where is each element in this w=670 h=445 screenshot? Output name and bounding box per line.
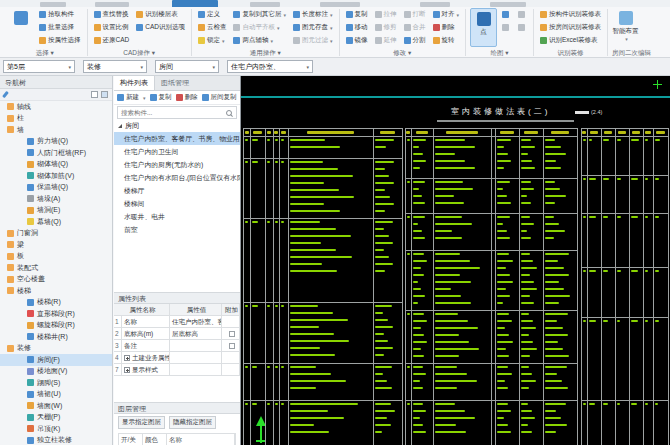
category-dropdown[interactable]: 装修 ▾ [83,60,147,73]
nav-item[interactable]: 墙垛(A) [0,193,112,205]
draw-group-label[interactable]: 绘图 ▾ [470,47,529,58]
property-value-cell[interactable]: 层底标高 [170,328,222,340]
cad-identify-options-button[interactable]: CAD识别选项 [134,21,187,34]
nav-item[interactable]: 房间(F) [0,354,112,366]
nav-item[interactable]: 梁 [0,239,112,251]
copy-component-button[interactable]: 复制 [150,93,172,102]
component-list-item[interactable]: 楼梯间 [114,197,240,210]
identify-decor-by-room-button[interactable]: 按房间识别装修表 [538,21,603,34]
identify-excel-decor-button[interactable]: 识别Excel装修表 [538,34,603,47]
pick-component-button[interactable]: 拾取构件 [37,8,83,21]
nav-item[interactable]: 保温墙(Q) [0,182,112,194]
select-group-label[interactable]: 选择 ▾ [7,47,83,58]
show-specified-layers-button[interactable]: 显示指定图层 [118,416,165,429]
modify-group-label[interactable]: 修改 ▾ [344,47,462,58]
stretch-button[interactable]: 拉伸 [373,8,399,21]
auto-align-slab-button[interactable]: 自动平齐板▾ [231,21,288,34]
tile-view-icon[interactable] [101,91,108,98]
nav-item[interactable]: 空心楼盖 [0,274,112,286]
break-button[interactable]: 打断 [402,8,428,21]
nav-item[interactable]: 砌体墙(Q) [0,159,112,171]
property-value-cell[interactable] [170,340,222,352]
tab-component-list[interactable]: 构件列表 [114,76,155,90]
trim-button[interactable]: 修剪 [373,21,399,34]
nav-item[interactable]: 墙面(W) [0,400,112,412]
nav-item[interactable]: 人防门框墙(RF) [0,147,112,159]
delete-button[interactable]: 删除 [431,21,462,34]
length-annotation-button[interactable]: 长度标注▾ [291,8,335,21]
interlayer-copy-button[interactable]: 层间复制 [202,93,237,102]
nav-item[interactable]: 墙裙(U) [0,389,112,401]
nav-item[interactable]: 独立柱装修 [0,435,112,445]
nav-item[interactable]: 装配式 [0,262,112,274]
checkbox[interactable] [229,331,235,337]
general-operations-group-label[interactable]: 通用操作 ▾ [196,47,335,58]
component-list-item[interactable]: 前室 [114,223,240,236]
copy-to-other-layers-button[interactable]: 复制到其它层▾ [231,8,288,21]
nav-item[interactable]: 楼梯井(R) [0,331,112,343]
nav-item[interactable]: 幕墙(Q) [0,216,112,228]
rotate-button[interactable]: 旋转 [431,34,462,47]
current-component-dropdown[interactable]: 住宅户内卧室、 ▾ [227,60,313,73]
smart-layout-button[interactable]: 智能布置▾ [612,8,639,47]
nav-item[interactable]: 楼梯 [0,285,112,297]
nav-item[interactable]: 螺旋梯段(R) [0,320,112,332]
arc-button[interactable] [516,8,529,21]
select-by-property-button[interactable]: 按属性选择 [37,34,83,47]
nav-item[interactable]: 砌体加筋(V) [0,170,112,182]
tab-drawing-management[interactable]: 图纸管理 [155,76,195,90]
find-replace-button[interactable]: 查找替换 [92,8,132,21]
expand-icon[interactable] [124,355,130,361]
cad-operations-group-label[interactable]: CAD操作 ▾ [92,47,187,58]
nav-item[interactable]: 吊顶(K) [0,423,112,435]
batch-select-button[interactable]: 批量选择 [37,21,83,34]
nav-item[interactable]: 踢脚(S) [0,377,112,389]
restore-cad-button[interactable]: 还原CAD [92,34,132,47]
component-list-item[interactable]: 住宅户内的厨房(无防水的) [114,158,240,171]
search-input[interactable] [118,109,225,116]
nav-item[interactable]: 楼地面(V) [0,366,112,378]
nav-item[interactable]: 楼梯(R) [0,297,112,309]
select-button[interactable] [7,8,34,47]
component-list-item[interactable]: 住宅户内的有水阳台,(阳台位置仅有水阳台采用) [114,171,240,184]
property-value-cell[interactable]: 住宅户内卧室、客餐厅, ... [170,316,222,328]
move-button[interactable]: 移动 [344,21,370,34]
component-type-dropdown[interactable]: 房间 ▾ [155,60,219,73]
nav-item[interactable]: 轴线 [0,101,112,113]
identify-decor-by-component-button[interactable]: 按构件识别装修表 [538,8,603,21]
component-list-item[interactable]: 住宅户内的卫生间 [114,145,240,158]
define-button[interactable]: 定义 [196,8,229,21]
split-button[interactable]: 分割 [402,34,428,47]
property-value-cell[interactable] [170,352,222,364]
element-save-button[interactable]: 图元存盘▾ [291,21,335,34]
rect-button[interactable] [500,21,513,34]
cloud-check-button[interactable]: 云检查 [196,21,229,34]
point-button[interactable]: 点 [470,8,497,47]
extend-button[interactable]: 延伸 [373,34,399,47]
identify-decoration-group-label[interactable]: 识别装修 [538,47,603,58]
delete-component-button[interactable]: 删除 [176,93,198,102]
room-secondary-edit-group-label[interactable]: 房间二次编辑 [612,47,651,58]
pin-icon[interactable] [2,91,9,98]
new-button[interactable]: 新建▾ [117,93,146,102]
component-group-row[interactable]: 房间 [114,120,240,132]
line-button[interactable] [500,8,513,21]
nav-item[interactable]: 直形梯段(R) [0,308,112,320]
nav-item[interactable]: 柱 [0,113,112,125]
property-value-cell[interactable] [170,364,222,376]
hide-specified-layers-button[interactable]: 隐藏指定图层 [169,416,216,429]
floor-dropdown[interactable]: 第5层 ▾ [3,60,75,73]
nav-item[interactable]: 墙洞(E) [0,205,112,217]
component-list-item[interactable]: 住宅户内卧室、客餐厅、书房、物业用房社区服务用房 [114,132,240,145]
expand-icon[interactable] [124,367,130,373]
mirror-button[interactable]: 镜像 [344,34,370,47]
component-list-item[interactable]: 楼梯厅 [114,184,240,197]
element-filter-button[interactable]: 图元过滤▾ [291,34,335,47]
lock-button[interactable]: 锁定▾ [196,34,229,47]
nav-item[interactable]: 门窗洞 [0,228,112,240]
identify-floor-table-button[interactable]: 识别楼层表 [134,8,187,21]
two-point-aux-axis-button[interactable]: 两点辅轴▾ [231,34,288,47]
nav-item[interactable]: 剪力墙(Q) [0,136,112,148]
component-list-item[interactable]: 水暖井、电井 [114,210,240,223]
nav-item[interactable]: 天棚(P) [0,412,112,424]
